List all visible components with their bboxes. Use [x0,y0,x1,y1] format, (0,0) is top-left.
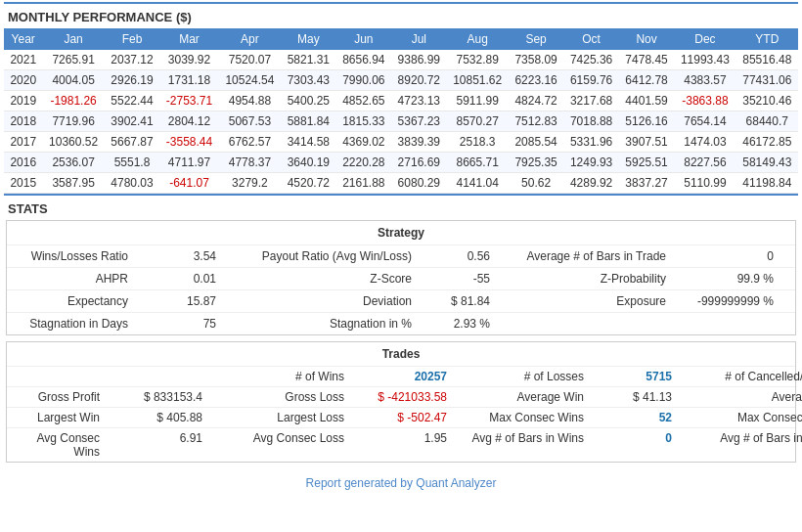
trades-header: Trades [7,342,795,366]
trades-cell-3-5: 0 [589,428,677,462]
table-row: 201710360.525667.87-3558.446762.573414.5… [4,132,798,153]
stats-row: Expectancy15.87Deviation$ 81.84Exposure-… [7,289,795,312]
trades-cell-2-4: Max Consec Wins [452,408,589,427]
cell-jul: 8920.72 [391,70,446,91]
cell-oct: 3217.68 [563,91,618,111]
cell-aug: 7532.89 [447,50,509,70]
table-row: 20187719.963902.412804.125067.535881.841… [4,111,798,132]
cell-jan: 4004.05 [42,70,104,91]
cell-dec: 8227.56 [674,153,735,173]
trades-cell-2-1: $ 405.88 [105,408,207,427]
trades-cell-0-1 [105,367,207,386]
cell-may: 4520.72 [281,173,335,194]
cell-apr: 7520.07 [219,50,281,70]
stats-cell-1: 0.01 [134,268,222,289]
trades-container: Trades # of Wins20257# of Losses5715# of… [6,341,796,463]
col-apr: Apr [219,28,281,50]
cell-feb: 5551.8 [105,153,159,173]
cell-oct: 5331.96 [563,132,618,153]
cell-may: 3640.19 [281,153,335,173]
cell-jan: 7265.91 [42,50,104,70]
stats-row: AHPR0.01Z-Score-55Z-Probability99.9 % [7,267,795,289]
trades-cell-1-0: Gross Profit [7,387,105,407]
cell-jul: 4723.13 [391,91,446,111]
cell-sep: 2085.54 [509,132,563,153]
cell-dec: 4383.57 [674,70,735,91]
trades-cell-0-3: 20257 [349,367,452,386]
cell-ytd: 35210.46 [736,91,798,111]
cell-ytd: 58149.43 [736,153,798,173]
cell-year: 2016 [4,153,42,173]
cell-mar: -3558.44 [159,132,219,153]
cell-sep: 7358.09 [509,50,563,70]
cell-jun: 1815.33 [336,111,391,132]
cell-jan: -1981.26 [42,91,104,111]
stats-cell-3: -55 [418,268,496,289]
col-feb: Feb [105,28,159,50]
cell-apr: 4778.37 [219,153,281,173]
cell-may: 5821.31 [281,50,335,70]
cell-aug: 2518.3 [447,132,509,153]
stats-cell-2: Stagnation in % [222,313,418,334]
cell-oct: 7018.88 [563,111,618,132]
trades-cell-2-6: Max Consec Losses [677,408,802,427]
cell-oct: 6159.76 [563,70,618,91]
cell-jan: 7719.96 [42,111,104,132]
table-row: 20153587.954780.03-641.073279.24520.7221… [4,173,798,194]
stats-cell-1: 15.87 [134,290,222,312]
cell-mar: 4711.97 [159,153,219,173]
stats-cell-5: 99.9 % [672,268,780,289]
trades-cell-0-4: # of Losses [452,367,589,386]
cell-mar: -641.07 [159,173,219,194]
cell-dec: -3863.88 [674,91,735,111]
cell-apr: 4954.88 [219,91,281,111]
cell-oct: 1249.93 [563,153,618,173]
trades-cell-3-6: Avg # of Bars in Losses [677,428,802,462]
stats-cell-2: Payout Ratio (Avg Win/Loss) [222,245,418,267]
cell-jul: 5367.23 [391,111,446,132]
trades-cell-3-3: 1.95 [349,428,452,462]
cell-sep: 7512.83 [509,111,563,132]
col-nov: Nov [619,28,674,50]
trades-cell-1-5: $ 41.13 [589,387,677,407]
cell-jan: 10360.52 [42,132,104,153]
stats-cell-4: Average # of Bars in Trade [496,245,672,267]
cell-feb: 4780.03 [105,173,159,194]
cell-may: 5881.84 [281,111,335,132]
cell-jan: 2536.07 [42,153,104,173]
cell-jun: 2220.28 [336,153,391,173]
cell-jun: 7990.06 [336,70,391,91]
cell-sep: 50.62 [509,173,563,194]
cell-ytd: 41198.84 [736,173,798,194]
trades-cell-0-6: # of Cancelled/Expired [677,367,802,386]
cell-aug: 5911.99 [447,91,509,111]
trades-row: Largest Win$ 405.88Largest Loss$ -502.47… [7,407,795,427]
cell-year: 2017 [4,132,42,153]
cell-ytd: 68440.7 [736,111,798,132]
stats-cell-5: -999999999 % [672,290,780,312]
cell-year: 2020 [4,70,42,91]
cell-aug: 10851.62 [447,70,509,91]
cell-may: 7303.43 [281,70,335,91]
cell-nov: 3837.27 [619,173,674,194]
cell-sep: 7925.35 [509,153,563,173]
trades-cell-3-0: Avg Consec Wins [7,428,105,462]
cell-jul: 3839.39 [391,132,446,153]
trades-cell-2-2: Largest Loss [207,408,349,427]
cell-ytd: 46172.85 [736,132,798,153]
col-year: Year [4,28,42,50]
col-jul: Jul [391,28,446,50]
cell-mar: 2804.12 [159,111,219,132]
cell-jun: 4852.65 [336,91,391,111]
stats-title: STATS [4,194,798,220]
cell-mar: -2753.71 [159,91,219,111]
stats-cell-4 [496,313,672,334]
cell-oct: 4289.92 [563,173,618,194]
cell-dec: 1474.03 [674,132,735,153]
cell-year: 2021 [4,50,42,70]
trades-cell-0-0 [7,367,105,386]
cell-jan: 3587.95 [42,173,104,194]
trades-cell-1-6: Average Loss [677,387,802,407]
cell-feb: 2037.12 [105,50,159,70]
cell-nov: 3907.51 [619,132,674,153]
